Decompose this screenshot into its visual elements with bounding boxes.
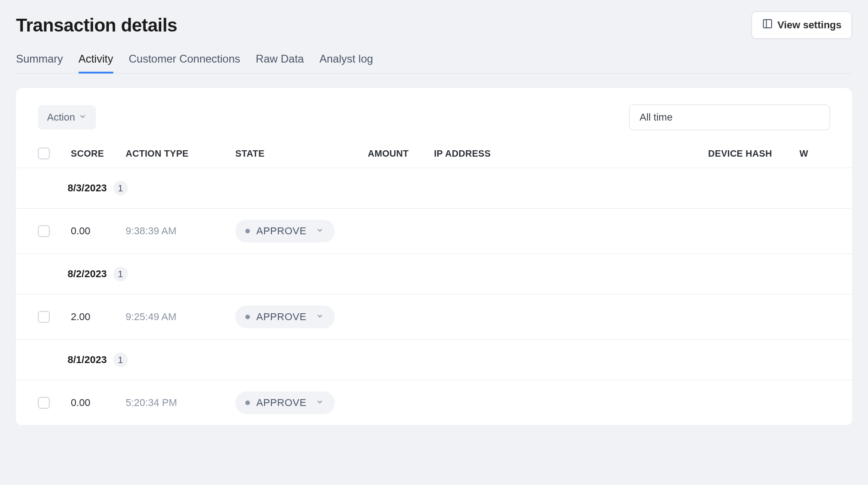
- chevron-down-icon: [313, 226, 324, 236]
- table-row[interactable]: 2.00 9:25:49 AM APPROVE: [16, 295, 852, 340]
- row-score: 2.00: [71, 311, 126, 323]
- row-score: 0.00: [71, 397, 126, 409]
- tab-raw-data[interactable]: Raw Data: [256, 53, 304, 74]
- date-count-badge: 1: [113, 267, 128, 281]
- date-group-header: 8/3/2023 1: [16, 168, 852, 209]
- view-settings-button[interactable]: View settings: [752, 11, 852, 39]
- row-time: 5:20:34 PM: [126, 397, 235, 409]
- table-row[interactable]: 0.00 5:20:34 PM APPROVE: [16, 380, 852, 426]
- chevron-down-icon: [313, 312, 324, 322]
- table-row[interactable]: 0.00 9:38:39 AM APPROVE: [16, 209, 852, 254]
- tab-summary[interactable]: Summary: [16, 53, 63, 74]
- date-count-badge: 1: [113, 353, 128, 367]
- row-score: 0.00: [71, 225, 126, 237]
- tabs: Summary Activity Customer Connections Ra…: [16, 53, 852, 74]
- row-checkbox[interactable]: [38, 311, 50, 323]
- column-score: SCORE: [71, 148, 126, 159]
- column-state: STATE: [235, 148, 368, 159]
- date-group-header: 8/2/2023 1: [16, 254, 852, 295]
- column-device-hash: DEVICE HASH: [708, 148, 799, 159]
- select-all-checkbox[interactable]: [38, 148, 50, 159]
- column-amount: AMOUNT: [368, 148, 434, 159]
- date-label: 8/1/2023: [68, 354, 107, 366]
- tab-customer-connections[interactable]: Customer Connections: [129, 53, 240, 74]
- svg-rect-0: [763, 20, 772, 28]
- state-label: APPROVE: [256, 311, 307, 323]
- state-label: APPROVE: [256, 225, 307, 237]
- layout-icon: [762, 18, 773, 32]
- action-dropdown[interactable]: Action: [38, 105, 96, 130]
- table-header: SCORE ACTION TYPE STATE AMOUNT IP ADDRES…: [16, 139, 852, 168]
- time-filter-dropdown[interactable]: All time: [629, 105, 830, 130]
- state-label: APPROVE: [256, 397, 307, 409]
- column-ip-address: IP ADDRESS: [434, 148, 708, 159]
- row-time: 9:25:49 AM: [126, 311, 235, 323]
- state-pill[interactable]: APPROVE: [235, 220, 335, 242]
- state-dot-icon: [245, 315, 250, 319]
- activity-card: Action All time SCORE ACTION TYPE STATE …: [16, 88, 852, 426]
- page-title: Transaction details: [16, 15, 177, 36]
- state-dot-icon: [245, 229, 250, 233]
- row-checkbox[interactable]: [38, 397, 50, 409]
- state-pill[interactable]: APPROVE: [235, 306, 335, 328]
- state-dot-icon: [245, 401, 250, 405]
- column-action-type: ACTION TYPE: [126, 148, 235, 159]
- date-label: 8/3/2023: [68, 182, 107, 194]
- date-group-header: 8/1/2023 1: [16, 340, 852, 380]
- date-count-badge: 1: [113, 181, 128, 195]
- tab-analyst-log[interactable]: Analyst log: [319, 53, 373, 74]
- row-time: 9:38:39 AM: [126, 225, 235, 237]
- column-w: W: [799, 148, 808, 159]
- chevron-down-icon: [79, 111, 87, 123]
- row-checkbox[interactable]: [38, 225, 50, 237]
- date-label: 8/2/2023: [68, 268, 107, 280]
- view-settings-label: View settings: [778, 19, 842, 31]
- action-dropdown-label: Action: [47, 111, 75, 123]
- tab-activity[interactable]: Activity: [79, 53, 113, 74]
- state-pill[interactable]: APPROVE: [235, 391, 335, 414]
- chevron-down-icon: [313, 398, 324, 408]
